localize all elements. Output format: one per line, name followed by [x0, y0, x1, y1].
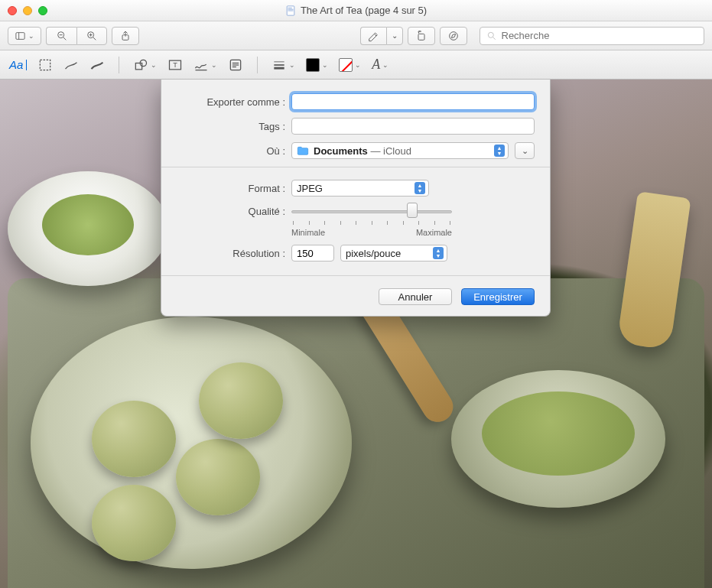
sidebar-icon	[15, 30, 26, 42]
dialog-separator	[161, 167, 550, 167]
sketch-tool-button[interactable]	[63, 57, 79, 73]
window-titlebar: The Art of Tea (page 4 sur 5)	[0, 0, 712, 21]
lines-icon	[271, 57, 287, 73]
selection-icon	[37, 57, 53, 73]
markup-icon	[447, 30, 460, 42]
fill-color-button[interactable]: ⌄	[339, 58, 361, 72]
quality-label: Qualité :	[177, 204, 291, 217]
share-icon	[119, 30, 132, 42]
svg-rect-11	[418, 34, 424, 40]
selection-tool-button[interactable]	[37, 57, 53, 73]
slider-thumb[interactable]	[407, 203, 418, 218]
font-icon: A	[372, 57, 380, 73]
black-swatch-icon	[306, 58, 320, 72]
svg-line-7	[93, 37, 96, 40]
quality-max-label: Maximale	[416, 228, 452, 237]
format-value: JPEG	[297, 183, 323, 194]
svg-rect-16	[136, 63, 142, 69]
format-label: Format :	[177, 183, 291, 194]
svg-rect-1	[16, 32, 24, 39]
select-stepper-icon: ▲▼	[433, 247, 444, 259]
zoom-out-button[interactable]	[46, 27, 76, 45]
svg-line-14	[493, 37, 495, 39]
text-box-button[interactable]: T	[167, 57, 183, 73]
select-stepper-icon: ▲▼	[494, 145, 505, 157]
no-fill-swatch-icon	[339, 58, 353, 72]
toolbar-separator	[257, 57, 258, 73]
tags-label: Tags :	[177, 121, 291, 132]
chevron-down-icon: ⌄	[522, 146, 528, 156]
resolution-label: Résolution :	[177, 248, 291, 259]
zoom-in-icon	[86, 30, 98, 42]
border-color-button[interactable]: ⌄	[306, 58, 328, 72]
resolution-unit-value: pixels/pouce	[346, 248, 401, 259]
svg-rect-15	[41, 60, 50, 70]
main-toolbar: ⌄ ⌄	[0, 21, 712, 50]
export-dialog: Exporter comme : Tags : Où : Documents —…	[161, 80, 551, 317]
note-icon	[228, 57, 243, 73]
zoom-in-button[interactable]	[76, 27, 107, 45]
rotate-icon	[415, 30, 428, 42]
text-style-button[interactable]: Aa	[9, 58, 27, 71]
format-select[interactable]: JPEG ▲▼	[291, 180, 429, 197]
resolution-unit-select[interactable]: pixels/pouce ▲▼	[340, 245, 447, 262]
svg-point-13	[488, 32, 493, 37]
search-field[interactable]	[480, 27, 705, 45]
markup-toggle-button[interactable]	[440, 27, 467, 45]
sign-button[interactable]: ⌄	[193, 57, 217, 73]
dialog-separator	[161, 275, 550, 276]
search-input[interactable]	[502, 30, 698, 41]
shapes-icon	[133, 57, 148, 73]
shapes-button[interactable]: ⌄	[133, 57, 157, 73]
share-button[interactable]	[112, 27, 139, 45]
expand-location-button[interactable]: ⌄	[515, 142, 535, 159]
cancel-button[interactable]: Annuler	[379, 288, 452, 305]
document-icon	[285, 5, 296, 16]
search-icon	[486, 31, 497, 41]
draw-icon	[89, 57, 105, 73]
slider-ticks	[291, 221, 452, 225]
document-viewport[interactable]: Exporter comme : Tags : Où : Documents —…	[0, 80, 712, 588]
highlight-menu-button[interactable]: ⌄	[386, 27, 403, 45]
quality-slider[interactable]	[291, 204, 452, 219]
tags-input[interactable]	[291, 118, 535, 135]
svg-point-12	[449, 31, 457, 40]
line-weight-button[interactable]: ⌄	[271, 57, 295, 73]
svg-text:T: T	[174, 61, 178, 69]
sidebar-toggle-button[interactable]: ⌄	[8, 27, 41, 45]
signature-icon	[193, 57, 209, 73]
highlight-icon	[367, 30, 379, 42]
where-label: Où :	[177, 145, 291, 157]
save-button[interactable]: Enregistrer	[461, 288, 535, 305]
svg-line-4	[63, 37, 66, 40]
rotate-button[interactable]	[408, 27, 435, 45]
resolution-input[interactable]	[291, 245, 334, 262]
highlight-button[interactable]	[360, 27, 386, 45]
markup-toolbar: Aa ⌄ T ⌄ ⌄ ⌄ ⌄ A ⌄	[0, 50, 712, 80]
window-title-text: The Art of Tea (page 4 sur 5)	[301, 5, 427, 16]
folder-icon	[297, 145, 309, 156]
quality-min-label: Minimale	[291, 228, 325, 237]
select-stepper-icon: ▲▼	[415, 182, 425, 194]
where-folder-name: Documents	[314, 145, 368, 157]
toolbar-separator	[119, 57, 119, 73]
where-suffix: — iCloud	[368, 145, 411, 157]
zoom-out-icon	[56, 30, 68, 42]
note-button[interactable]	[228, 57, 243, 73]
font-style-button[interactable]: A ⌄	[372, 57, 389, 73]
export-filename-input[interactable]	[291, 93, 535, 110]
text-style-label: Aa	[9, 58, 23, 71]
where-location-select[interactable]: Documents — iCloud ▲▼	[291, 142, 509, 159]
text-box-icon: T	[167, 57, 183, 73]
window-title: The Art of Tea (page 4 sur 5)	[0, 5, 712, 16]
draw-tool-button[interactable]	[89, 57, 105, 73]
export-as-label: Exporter comme :	[177, 96, 291, 108]
sketch-icon	[63, 57, 79, 73]
